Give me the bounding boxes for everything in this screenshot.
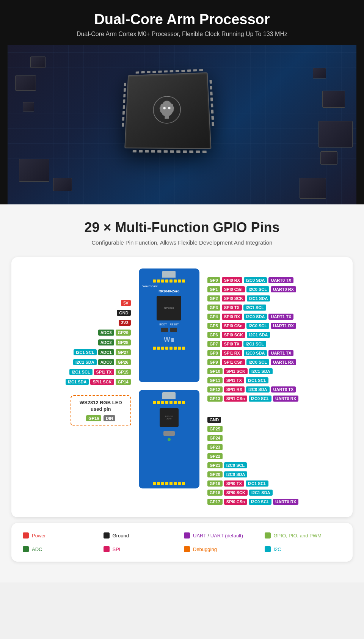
pin — [122, 111, 125, 115]
pin-row-gp20: GP20 I2C0 SDA — [207, 470, 248, 479]
bg-chip-4 — [19, 159, 49, 182]
pin — [152, 71, 156, 73]
pin — [170, 70, 174, 72]
pin — [199, 69, 203, 71]
pin-adc1: ADC1 — [98, 349, 114, 355]
pin-spi0sck-6: SPI0 SCK — [222, 332, 245, 338]
bg-chip-3 — [23, 102, 34, 111]
rp2040-chip: RP2040 — [157, 296, 181, 320]
legend-i2c-dot — [265, 546, 271, 552]
pin-i2c1sda-2: I2C1 SDA — [247, 295, 270, 301]
bottom-pcb-chip: RP2-S12040 — [160, 408, 179, 427]
pin-gp14: GP14 — [116, 379, 131, 385]
legend-uart: UART / UART (default) — [184, 532, 261, 539]
pin-i2c0sda-20: I2C0 SDA — [224, 471, 248, 477]
pin-row-gp12: GP12 SPI1 RX I2C0 SDA UART0 TX — [207, 385, 297, 394]
pin — [136, 71, 139, 74]
pin-i2c1sda-26: I2C1 SDA — [73, 359, 97, 365]
legend-ground-dot — [104, 532, 110, 539]
pin-spi1sck-10: SPI1 SCK — [224, 368, 248, 374]
pad — [174, 279, 177, 283]
pin — [176, 70, 179, 72]
usb-connector-bottom — [162, 392, 176, 399]
pin-gp13: GP13 — [207, 396, 223, 402]
pad — [165, 401, 168, 404]
pin-row-gp29: ADC3 GP29 — [98, 328, 131, 337]
pin — [123, 105, 125, 109]
bg-chip-2 — [15, 75, 36, 91]
pad — [157, 482, 160, 485]
pin — [170, 150, 174, 153]
pin-i2c0scl-17: I2C0 SCL — [249, 499, 271, 505]
crystal — [163, 431, 175, 436]
pad — [161, 401, 164, 404]
pad — [165, 482, 168, 485]
pin — [181, 70, 185, 72]
pad — [153, 401, 156, 404]
pad — [174, 482, 177, 485]
bottom-pcb-chip-label: RP2-S12040 — [165, 415, 173, 420]
pad — [169, 482, 173, 485]
pin-adc0: ADC0 — [98, 359, 114, 365]
ws2812-gp16: GP16 — [86, 415, 101, 421]
pin-spi0rx-4: SPI0 RX — [222, 314, 242, 320]
pin-row-gnd-r: GND — [207, 416, 221, 424]
pin-i2c1scl-27: I2C1 SCL — [74, 349, 96, 355]
pin — [212, 122, 214, 126]
legend-ground-text: Ground — [113, 533, 129, 539]
legend-adc-dot — [23, 546, 29, 552]
pin — [139, 150, 143, 152]
pin-gp7: GP7 — [207, 341, 220, 347]
pin-5v: 5V — [121, 300, 130, 306]
pin-gp18: GP18 — [207, 490, 223, 496]
boot-reset: BOOT RESET — [159, 323, 179, 326]
legend-spi-text: SPI — [113, 546, 121, 552]
pin-spi1sck: SPI1 SCK — [90, 379, 114, 385]
pin — [123, 99, 125, 103]
legend-i2c: I2C — [265, 546, 342, 552]
pin-row-gp4: GP4 SPI0 RX I2C0 SDA UART1 TX — [207, 312, 294, 321]
pin-row-gp24: GP24 — [207, 434, 223, 442]
pad — [157, 279, 160, 283]
ws2812-label: WS2812 RGB LEDused pin — [76, 400, 126, 413]
pin — [158, 71, 162, 73]
pin — [124, 88, 126, 92]
pin-i2c1sda-10: I2C1 SDA — [249, 368, 273, 374]
pin-gp17: GP17 — [207, 499, 223, 505]
page-subtitle: Dual-Core Arm Cortex M0+ Processor, Flex… — [8, 31, 356, 38]
pin-uart1rx-9: UART1 RX — [271, 359, 296, 365]
bottom-pcb-wrapper: RP2-S12040 — [139, 390, 199, 488]
legend-section: Power Ground UART / UART (default) GPIO,… — [11, 523, 353, 562]
pin-i2c0scl-9: I2C0 SCL — [246, 359, 269, 365]
pin-gp26: GP26 — [116, 359, 131, 365]
small-chip-1 — [161, 328, 168, 332]
pin — [183, 151, 187, 153]
legend-uart-default: UART (default) — [210, 533, 243, 539]
pin-gp8: GP8 — [207, 350, 220, 356]
pin-gp15: GP15 — [116, 369, 131, 375]
pin-spi0csn-1: SPI0 CSn — [222, 286, 245, 292]
page-title: Dual-Core Arm Processor — [8, 11, 356, 28]
pin-row-gp8: GP8 SPI1 RX I2C0 SDA UART1 TX — [207, 349, 294, 357]
raspberry-pi-logo — [152, 94, 182, 125]
pin-i2c0sda-0: I2C0 SDA — [244, 277, 267, 283]
bg-chip-9 — [300, 178, 326, 199]
ws2812-box: WS2812 RGB LEDused pin GP16 DIN — [71, 395, 131, 426]
led — [168, 438, 171, 441]
pin-row-gp10: GP10 SPI1 SCK I2C1 SDA — [207, 367, 273, 375]
pin-i2c0sda-4: I2C0 SDA — [244, 314, 267, 320]
pin-spi0tx-7: SPI0 TX — [222, 341, 242, 347]
pad — [178, 482, 181, 485]
pin-gp25: GP25 — [207, 426, 223, 432]
gpio-title: 29 × Multi-Function GPIO Pins — [8, 220, 356, 236]
pin-uart0tx-12: UART0 TX — [271, 386, 296, 393]
pin-gp0: GP0 — [207, 277, 220, 283]
pin — [210, 92, 213, 96]
pin — [210, 80, 212, 84]
pin-gp22: GP22 — [207, 453, 223, 459]
pin-adc2: ADC2 — [98, 339, 114, 345]
pin — [202, 151, 207, 153]
legend-debugging-dot — [184, 546, 190, 552]
pin-spi0tx-3: SPI0 TX — [222, 305, 242, 311]
pad — [169, 279, 173, 283]
